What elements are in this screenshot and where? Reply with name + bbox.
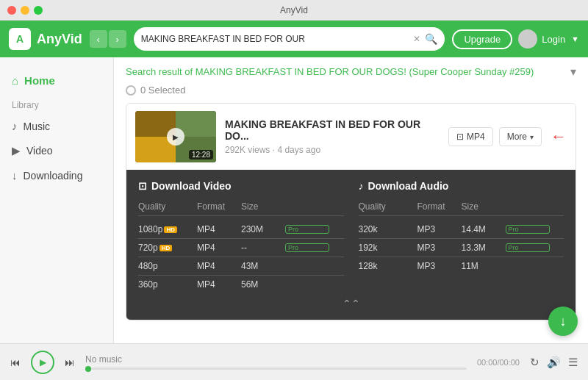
video-icon: ▶ <box>12 144 21 157</box>
no-music-label: No music <box>85 354 467 365</box>
main-layout: ⌂ Home Library ♪ Music ▶ Video ↓ Downloa… <box>0 57 588 343</box>
search-bar: ✕ 🔍 <box>134 27 445 51</box>
forward-button[interactable]: › <box>109 30 126 48</box>
collapse-button[interactable]: ⌃⌃ <box>138 293 564 309</box>
format-mp4: MP4 <box>197 224 241 234</box>
format-mp3-128: MP3 <box>417 261 462 271</box>
video-meta: 292K views · 4 days ago <box>225 145 440 155</box>
mp4-button[interactable]: ⊡ MP4 <box>448 127 493 146</box>
size-230m: 230M <box>241 224 285 234</box>
maximize-dot[interactable] <box>34 6 43 15</box>
search-icon[interactable]: 🔍 <box>425 33 437 45</box>
mp4-label: MP4 <box>467 132 485 142</box>
next-button[interactable]: ⏭ <box>65 356 75 368</box>
format-mp4-480: MP4 <box>197 261 241 271</box>
audio-quality-header: Quality <box>359 201 417 212</box>
search-input[interactable] <box>141 34 409 44</box>
quality-480p: 480p <box>138 261 197 271</box>
download-icon: ↓ <box>12 169 18 182</box>
audio-download-section: ♪ Download Audio Quality Format Size 320… <box>359 180 564 293</box>
selected-count: 0 Selected <box>140 85 185 96</box>
nav-arrows: ‹ › <box>90 30 126 48</box>
pro-badge-320: Pro <box>506 225 550 234</box>
window-title: AnyVid <box>280 5 308 15</box>
video-views: 292K views <box>225 145 270 155</box>
music-label: Music <box>24 121 51 132</box>
bottom-player-bar: ⏮ ▶ ⏭ No music 00:00/00:00 ↻ 🔊 ☰ <box>0 343 588 380</box>
audio-row-192k[interactable]: 192k MP3 13.3M Pro <box>359 239 564 257</box>
downloading-label: Downloading <box>24 170 83 182</box>
prev-button[interactable]: ⏮ <box>10 356 21 368</box>
mp4-icon: ⊡ <box>456 132 464 142</box>
more-label: More <box>507 132 527 142</box>
play-button[interactable]: ▶ <box>31 351 54 374</box>
search-result-prefix: Search result of <box>126 66 196 77</box>
audio-download-icon: ♪ <box>359 180 364 192</box>
video-row-720p[interactable]: 720p HD MP4 -- Pro <box>138 239 344 257</box>
repeat-icon[interactable]: ↻ <box>530 356 539 369</box>
quality-360p: 360p <box>138 279 197 290</box>
video-row-480p[interactable]: 480p MP4 43M <box>138 257 344 276</box>
quality-320k: 320k <box>359 224 417 234</box>
pro-badge: Pro <box>285 225 329 234</box>
video-title: MAKING BREAKFAST IN BED FOR OUR DO... <box>225 118 440 142</box>
app-name: AnyVid <box>37 32 82 47</box>
video-download-header: ⊡ Download Video <box>138 180 344 192</box>
size-14-4m: 14.4M <box>462 224 506 234</box>
sidebar-item-downloading[interactable]: ↓ Downloading <box>0 163 113 187</box>
video-download-label: Download Video <box>151 180 232 192</box>
video-thumbnail[interactable]: ▶ 12:28 <box>135 111 216 162</box>
video-uploaded: 4 days ago <box>277 145 320 155</box>
video-label: Video <box>26 145 53 157</box>
video-row-360p[interactable]: 360p MP4 56M <box>138 276 344 293</box>
red-arrow-icon: ← <box>551 127 567 146</box>
back-button[interactable]: ‹ <box>90 30 107 48</box>
queue-icon[interactable]: ☰ <box>568 356 578 369</box>
progress-track[interactable] <box>85 368 467 370</box>
play-overlay-icon[interactable]: ▶ <box>167 128 184 146</box>
time-display: 00:00/00:00 <box>477 358 520 367</box>
download-panel-cols: ⊡ Download Video Quality Format Size 108… <box>138 180 564 293</box>
selection-row: 0 Selected <box>126 85 576 96</box>
download-panel: ⊡ Download Video Quality Format Size 108… <box>126 170 576 320</box>
select-all-radio[interactable] <box>126 85 136 96</box>
dropdown-arrow-icon[interactable]: ▼ <box>571 35 579 43</box>
close-dot[interactable] <box>7 6 16 15</box>
audio-col-subheader: Quality Format Size <box>359 198 564 216</box>
sidebar-item-video[interactable]: ▶ Video <box>0 138 113 163</box>
format-mp4-720: MP4 <box>197 243 241 253</box>
titlebar: AnyVid <box>0 0 588 21</box>
quality-1080p: 1080p HD <box>138 224 197 234</box>
size-43m: 43M <box>241 261 285 271</box>
video-row-1080p[interactable]: 1080p HD MP4 230M Pro <box>138 221 344 239</box>
login-button[interactable]: Login <box>518 29 565 49</box>
search-clear-icon[interactable]: ✕ <box>413 34 420 44</box>
search-result-query: MAKING BREAKFAST IN BED FOR OUR DOGS! (S… <box>196 66 534 77</box>
header: A AnyVid ‹ › ✕ 🔍 Upgrade Login ▼ <box>0 21 588 57</box>
fab-download-button[interactable]: ↓ <box>548 306 578 336</box>
video-info: MAKING BREAKFAST IN BED FOR OUR DO... 29… <box>225 118 440 155</box>
audio-download-header: ♪ Download Audio <box>359 180 564 192</box>
size-13-3m: 13.3M <box>462 243 506 253</box>
video-card-top: ▶ 12:28 MAKING BREAKFAST IN BED FOR OUR … <box>126 104 576 170</box>
more-button[interactable]: More ▾ <box>499 127 542 146</box>
size-dash: -- <box>241 243 285 253</box>
video-format-header: Format <box>197 201 241 212</box>
format-mp3-192: MP3 <box>417 243 462 253</box>
hd-badge: HD <box>164 226 177 233</box>
quality-192k: 192k <box>359 243 417 253</box>
login-label: Login <box>542 34 565 45</box>
sidebar-item-music[interactable]: ♪ Music <box>0 114 113 138</box>
home-icon: ⌂ <box>12 74 18 87</box>
duration-badge: 12:28 <box>189 150 213 159</box>
video-col-subheader: Quality Format Size <box>138 198 344 216</box>
more-chevron-icon: ▾ <box>530 133 534 141</box>
volume-icon[interactable]: 🔊 <box>547 356 561 369</box>
upgrade-button[interactable]: Upgrade <box>452 29 512 49</box>
pro-badge-720: Pro <box>285 243 329 252</box>
audio-row-320k[interactable]: 320k MP3 14.4M Pro <box>359 221 564 239</box>
minimize-dot[interactable] <box>21 6 29 15</box>
sidebar-item-home[interactable]: ⌂ Home <box>0 68 113 93</box>
audio-row-128k[interactable]: 128k MP3 11M <box>359 257 564 275</box>
size-56m: 56M <box>241 279 285 290</box>
